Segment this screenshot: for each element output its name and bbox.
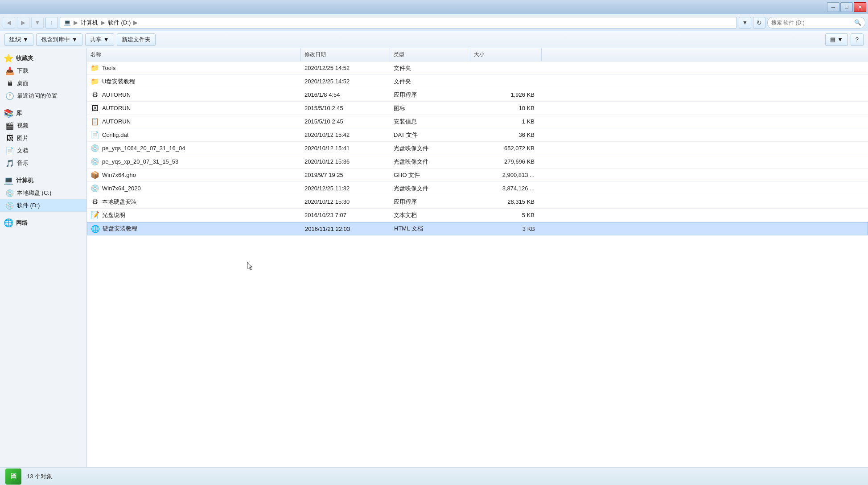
search-icon: 🔍 bbox=[854, 19, 861, 26]
file-name-cell: ⚙ AUTORUN bbox=[87, 88, 301, 101]
new-folder-label: 新建文件夹 bbox=[122, 36, 151, 44]
file-size-cell: 10 KB bbox=[470, 102, 542, 115]
file-name-cell: 📋 AUTORUN bbox=[87, 115, 301, 128]
file-name-cell: 💿 Win7x64_2020 bbox=[87, 182, 301, 195]
file-name: U盘安装教程 bbox=[102, 78, 135, 86]
new-folder-button[interactable]: 新建文件夹 bbox=[117, 33, 156, 46]
include-library-button[interactable]: 包含到库中 ▼ bbox=[36, 33, 82, 46]
forward-button[interactable]: ▶ bbox=[17, 17, 29, 29]
down-arrow-button[interactable]: ▼ bbox=[31, 17, 44, 29]
file-type-cell: 应用程序 bbox=[390, 88, 470, 101]
share-button[interactable]: 共享 ▼ bbox=[85, 33, 114, 46]
file-date-cell: 2016/1/8 4:54 bbox=[301, 88, 390, 101]
file-size: 2,900,813 ... bbox=[502, 172, 535, 178]
favorites-icon: ⭐ bbox=[4, 53, 13, 63]
address-path[interactable]: 💻 ▶ 计算机 ▶ 软件 (D:) ▶ bbox=[60, 17, 737, 29]
col-header-type[interactable]: 类型 bbox=[390, 48, 470, 61]
table-row[interactable]: 📁 Tools 2020/12/25 14:52 文件夹 bbox=[87, 62, 868, 75]
file-type-cell: 光盘映像文件 bbox=[390, 155, 470, 168]
search-box[interactable]: 🔍 bbox=[767, 17, 865, 29]
back-button[interactable]: ◀ bbox=[3, 17, 15, 29]
file-type: 光盘映像文件 bbox=[394, 185, 428, 193]
table-row[interactable]: 📄 Config.dat 2020/10/12 15:42 DAT 文件 36 … bbox=[87, 128, 868, 142]
sidebar-item-picture[interactable]: 🖼 图片 bbox=[0, 132, 86, 144]
table-row[interactable]: 📋 AUTORUN 2015/5/10 2:45 安装信息 1 KB bbox=[87, 115, 868, 128]
col-header-date[interactable]: 修改日期 bbox=[301, 48, 390, 61]
minimize-button[interactable]: ─ bbox=[827, 2, 839, 12]
file-name-cell: 🖼 AUTORUN bbox=[87, 102, 301, 115]
path-part-computer[interactable]: 计算机 bbox=[81, 19, 98, 27]
search-input[interactable] bbox=[771, 20, 854, 26]
drive-c-label: 本地磁盘 (C:) bbox=[17, 189, 51, 197]
table-row[interactable]: 🌐 硬盘安装教程 2016/11/21 22:03 HTML 文档 3 KB bbox=[87, 222, 868, 235]
file-type-cell: 光盘映像文件 bbox=[390, 142, 470, 155]
network-header[interactable]: 🌐 网络 bbox=[0, 215, 86, 229]
table-row[interactable]: 🖼 AUTORUN 2015/5/10 2:45 图标 10 KB bbox=[87, 102, 868, 115]
sidebar-item-recent[interactable]: 🕐 最近访问的位置 bbox=[0, 90, 86, 102]
file-area: 名称 修改日期 类型 大小 📁 Tools 2020/12/25 14:52 文… bbox=[87, 48, 868, 467]
table-row[interactable]: 📦 Win7x64.gho 2019/9/7 19:25 GHO 文件 2,90… bbox=[87, 169, 868, 182]
file-date: 2016/11/21 22:03 bbox=[305, 226, 350, 232]
file-name: pe_yqs_1064_20_07_31_16_04 bbox=[102, 145, 185, 152]
file-size: 652,072 KB bbox=[504, 145, 535, 152]
drive-d-icon: 💿 bbox=[5, 201, 14, 210]
file-type-cell: 应用程序 bbox=[390, 195, 470, 208]
file-type-cell: 文件夹 bbox=[390, 62, 470, 74]
status-count: 13 个对象 bbox=[27, 473, 52, 481]
file-type-cell: 文本文档 bbox=[390, 209, 470, 222]
col-header-size[interactable]: 大小 bbox=[470, 48, 542, 61]
table-row[interactable]: 💿 pe_yqs_xp_20_07_31_15_53 2020/10/12 15… bbox=[87, 155, 868, 169]
file-date-cell: 2020/12/25 11:32 bbox=[301, 182, 390, 195]
table-row[interactable]: 📁 U盘安装教程 2020/12/25 14:52 文件夹 bbox=[87, 75, 868, 88]
sidebar-item-drive-c[interactable]: 💿 本地磁盘 (C:) bbox=[0, 187, 86, 199]
up-button[interactable]: ↑ bbox=[45, 17, 58, 29]
document-label: 文档 bbox=[17, 147, 29, 155]
sidebar-item-drive-d[interactable]: 💿 软件 (D:) bbox=[0, 199, 86, 212]
file-icon: 💿 bbox=[91, 157, 99, 166]
file-name-cell: 💿 pe_yqs_xp_20_07_31_15_53 bbox=[87, 155, 301, 168]
sidebar-item-desktop[interactable]: 🖥 桌面 bbox=[0, 77, 86, 90]
file-size-cell: 3,874,126 ... bbox=[470, 182, 542, 195]
computer-header: 💻 计算机 bbox=[0, 173, 86, 187]
library-icon: 📚 bbox=[4, 108, 13, 118]
network-label: 网络 bbox=[16, 219, 28, 227]
file-size-cell: 1,926 KB bbox=[470, 88, 542, 101]
close-button[interactable]: ✕ bbox=[854, 2, 866, 12]
file-type: HTML 文档 bbox=[394, 225, 423, 233]
file-size: 3,874,126 ... bbox=[502, 185, 535, 192]
file-type: 应用程序 bbox=[394, 91, 417, 99]
file-type: 文件夹 bbox=[394, 78, 411, 86]
table-row[interactable]: 📝 光盘说明 2016/10/23 7:07 文本文档 5 KB bbox=[87, 209, 868, 222]
table-row[interactable]: ⚙ AUTORUN 2016/1/8 4:54 应用程序 1,926 KB bbox=[87, 88, 868, 102]
file-type: GHO 文件 bbox=[394, 171, 420, 179]
sidebar-item-video[interactable]: 🎬 视频 bbox=[0, 119, 86, 132]
organize-button[interactable]: 组织 ▼ bbox=[4, 33, 33, 46]
path-part-drive[interactable]: 软件 (D:) bbox=[108, 19, 131, 27]
dropdown-button[interactable]: ▼ bbox=[739, 17, 751, 29]
path-separator-3: ▶ bbox=[133, 19, 138, 26]
file-date: 2020/10/12 15:41 bbox=[304, 145, 350, 152]
favorites-header: ⭐ 收藏夹 bbox=[0, 51, 86, 65]
file-date-cell: 2020/12/25 14:52 bbox=[301, 75, 390, 88]
file-size: 3 KB bbox=[522, 226, 535, 232]
file-type-cell: GHO 文件 bbox=[390, 169, 470, 181]
picture-label: 图片 bbox=[17, 134, 29, 142]
view-button[interactable]: ▤ ▼ bbox=[825, 33, 848, 46]
sidebar-item-download[interactable]: 📥 下载 bbox=[0, 65, 86, 77]
table-row[interactable]: 💿 pe_yqs_1064_20_07_31_16_04 2020/10/12 … bbox=[87, 142, 868, 155]
file-date: 2020/10/12 15:42 bbox=[304, 132, 350, 138]
sidebar-item-document[interactable]: 📄 文档 bbox=[0, 144, 86, 157]
sidebar-item-music[interactable]: 🎵 音乐 bbox=[0, 157, 86, 169]
refresh-button[interactable]: ↻ bbox=[753, 17, 765, 29]
file-size: 36 KB bbox=[519, 132, 535, 138]
col-header-name[interactable]: 名称 bbox=[87, 48, 301, 61]
table-row[interactable]: 💿 Win7x64_2020 2020/12/25 11:32 光盘映像文件 3… bbox=[87, 182, 868, 195]
help-button[interactable]: ? bbox=[851, 33, 864, 46]
maximize-button[interactable]: □ bbox=[840, 2, 853, 12]
file-size: 28,315 KB bbox=[507, 198, 535, 205]
file-name: Tools bbox=[102, 65, 115, 71]
table-row[interactable]: ⚙ 本地硬盘安装 2020/10/12 15:30 应用程序 28,315 KB bbox=[87, 195, 868, 209]
file-icon: 📝 bbox=[91, 211, 99, 220]
status-logo-icon: 🖥 bbox=[9, 471, 18, 481]
download-icon: 📥 bbox=[5, 66, 14, 75]
